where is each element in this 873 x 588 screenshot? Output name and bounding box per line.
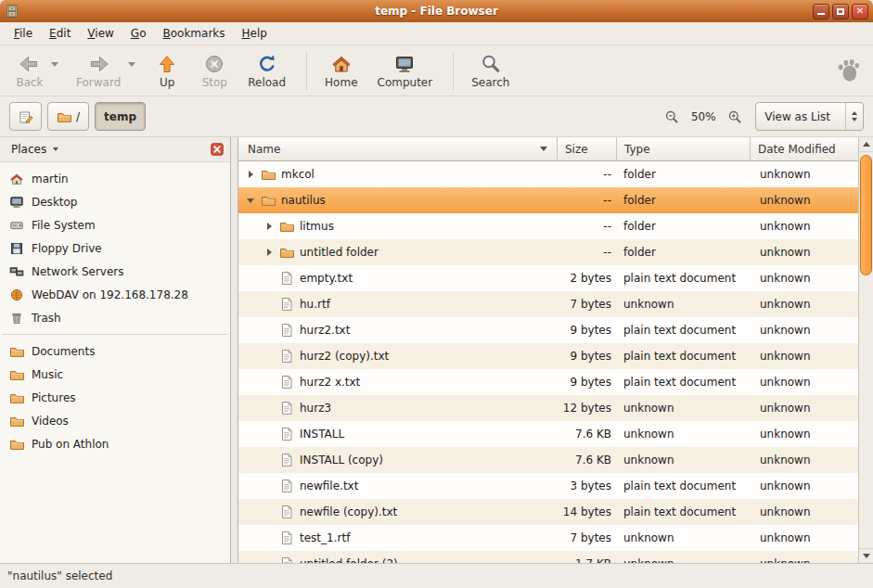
toolbar-separator bbox=[453, 51, 454, 90]
toolbar-stop-button[interactable]: Stop bbox=[192, 50, 237, 92]
vertical-scrollbar[interactable] bbox=[858, 137, 873, 563]
toolbar-computer-button[interactable]: Computer bbox=[369, 50, 442, 92]
toolbar-home-button[interactable]: Home bbox=[316, 50, 366, 92]
file-size: 7 bytes bbox=[558, 525, 617, 551]
column-header-name[interactable]: Name bbox=[238, 137, 558, 161]
sidebar-item-desktop[interactable]: Desktop bbox=[0, 190, 230, 213]
sidebar-item-floppy-drive[interactable]: Floppy Drive bbox=[0, 236, 230, 260]
sidebar-item-pub-on-athlon[interactable]: Pub on Athlon bbox=[0, 432, 230, 455]
places-header: Places bbox=[0, 137, 230, 162]
search-icon bbox=[480, 53, 502, 75]
zoom-in-button[interactable] bbox=[724, 106, 746, 128]
menu-view[interactable]: View bbox=[79, 24, 122, 43]
file-row-hu-rtf[interactable]: hu.rtf7 bytesunknownunknown bbox=[238, 291, 858, 317]
file-row-hurz2-copy-txt[interactable]: hurz2 (copy).txt9 bytesplain text docume… bbox=[238, 343, 858, 369]
file-type: unknown bbox=[617, 447, 751, 473]
sidebar-item-webdav-on-192-168-178-28[interactable]: WebDAV on 192.168.178.28 bbox=[0, 283, 230, 306]
zoom-in-icon bbox=[727, 109, 742, 124]
sidebar-item-file-system[interactable]: File System bbox=[0, 213, 230, 236]
text-icon bbox=[279, 556, 294, 563]
scroll-up-button[interactable] bbox=[859, 137, 873, 152]
sidebar-item-martin[interactable]: martin bbox=[0, 167, 230, 190]
column-header-size[interactable]: Size bbox=[558, 137, 617, 161]
file-row-test-1-rtf[interactable]: test_1.rtf7 bytesunknownunknown bbox=[238, 525, 858, 551]
file-modified: unknown bbox=[751, 473, 858, 499]
text-icon bbox=[279, 427, 294, 441]
toolbar-search-button[interactable]: Search bbox=[463, 50, 518, 92]
file-row-mkcol[interactable]: mkcol--folderunknown bbox=[238, 161, 858, 187]
folder-icon bbox=[261, 167, 276, 182]
pane-splitter[interactable] bbox=[231, 137, 238, 563]
titlebar[interactable]: temp - File Browser ✕ bbox=[0, 0, 873, 22]
sidebar-close-icon[interactable] bbox=[210, 142, 225, 157]
expander-icon[interactable] bbox=[244, 171, 257, 178]
toolbar-forward-dropdown-icon[interactable] bbox=[128, 62, 135, 67]
menu-bookmarks[interactable]: Bookmarks bbox=[154, 24, 233, 43]
menu-go[interactable]: Go bbox=[122, 24, 155, 43]
toggle-location-entry-button[interactable] bbox=[9, 102, 42, 131]
minimize-icon bbox=[817, 13, 825, 15]
file-type: plain text document bbox=[617, 369, 751, 395]
expander-icon[interactable] bbox=[263, 223, 276, 230]
file-type: folder bbox=[617, 187, 751, 213]
expander-icon[interactable] bbox=[263, 249, 276, 256]
toolbar-forward-button[interactable]: Forward bbox=[68, 50, 129, 92]
sidebar-item-trash[interactable]: Trash bbox=[0, 306, 230, 329]
file-row-newfile-copy-txt[interactable]: newfile (copy).txt14 bytesplain text doc… bbox=[238, 499, 858, 525]
view-mode-label: View as List bbox=[764, 110, 845, 123]
file-row-install[interactable]: INSTALL7.6 KBunknownunknown bbox=[238, 421, 858, 447]
menu-help[interactable]: Help bbox=[234, 24, 276, 43]
file-type: plain text document bbox=[617, 317, 751, 343]
scroll-down-button[interactable] bbox=[859, 548, 873, 563]
toolbar-back-button[interactable]: Back bbox=[7, 50, 52, 92]
expander-icon[interactable] bbox=[244, 198, 257, 203]
text-icon bbox=[279, 349, 294, 364]
file-row-nautilus[interactable]: nautilus--folderunknown bbox=[238, 187, 858, 213]
file-row-untitled-folder[interactable]: untitled folder--folderunknown bbox=[238, 239, 858, 265]
file-type: folder bbox=[617, 161, 751, 187]
sidebar-item-pictures[interactable]: Pictures bbox=[0, 386, 230, 409]
path-root-button[interactable]: / bbox=[47, 102, 89, 131]
menu-file[interactable]: File bbox=[6, 24, 41, 43]
file-row-hurz2-txt[interactable]: hurz2.txt9 bytesplain text documentunkno… bbox=[238, 317, 858, 343]
minimize-button[interactable] bbox=[813, 4, 829, 19]
zoom-out-button[interactable] bbox=[661, 106, 683, 128]
file-row-empty-txt[interactable]: empty.txt2 bytesplain text documentunkno… bbox=[238, 265, 858, 291]
sidebar-item-documents[interactable]: Documents bbox=[0, 339, 230, 363]
file-row-litmus[interactable]: litmus--folderunknown bbox=[238, 213, 858, 239]
file-modified: unknown bbox=[751, 317, 858, 343]
sidebar-item-videos[interactable]: Videos bbox=[0, 409, 230, 432]
file-size: 9 bytes bbox=[558, 317, 617, 343]
column-header-type[interactable]: Type bbox=[617, 137, 751, 161]
path-current-button[interactable]: temp bbox=[95, 102, 146, 131]
file-row-hurz2-x-txt[interactable]: hurz2 x.txt9 bytesplain text documentunk… bbox=[238, 369, 858, 395]
close-button[interactable]: ✕ bbox=[852, 4, 868, 19]
places-sidebar: Places martinDesktopFile SystemFloppy Dr… bbox=[0, 137, 231, 563]
toolbar-buttons: BackForwardUpStopReloadHomeComputerSearc… bbox=[7, 50, 520, 92]
view-mode-combo[interactable]: View as List bbox=[755, 102, 864, 131]
folder-icon bbox=[279, 219, 294, 234]
toolbar-up-button[interactable]: Up bbox=[145, 50, 189, 92]
maximize-button[interactable] bbox=[832, 4, 849, 19]
toolbar-reload-button[interactable]: Reload bbox=[239, 50, 294, 92]
sidebar-item-music[interactable]: Music bbox=[0, 363, 230, 386]
sidebar-mode-combo[interactable]: Places bbox=[7, 141, 62, 158]
column-header-date-modified[interactable]: Date Modified bbox=[751, 137, 858, 161]
sidebar-item-label: Pictures bbox=[32, 391, 76, 404]
toolbar-back-dropdown-icon[interactable] bbox=[51, 62, 58, 67]
file-row-hurz3[interactable]: hurz312 bytesunknownunknown bbox=[238, 395, 858, 421]
file-row-untitled-folder-2[interactable]: untitled folder (2)1.7 KBunknownunknown bbox=[238, 551, 858, 563]
sidebar-item-label: Desktop bbox=[32, 196, 78, 209]
menu-edit[interactable]: Edit bbox=[41, 24, 79, 43]
sidebar-item-network-servers[interactable]: Network Servers bbox=[0, 260, 230, 283]
file-modified: unknown bbox=[751, 343, 858, 369]
file-row-install-copy[interactable]: INSTALL (copy)7.6 KBunknownunknown bbox=[238, 447, 858, 473]
sidebar-item-label: martin bbox=[32, 173, 69, 185]
folder-icon bbox=[57, 109, 71, 124]
scroll-down-icon bbox=[863, 554, 870, 558]
file-size: -- bbox=[558, 239, 617, 265]
file-name: hurz2.txt bbox=[300, 324, 350, 337]
file-row-newfile-txt[interactable]: newfile.txt3 bytesplain text documentunk… bbox=[238, 473, 858, 499]
file-name: hu.rtf bbox=[300, 298, 330, 311]
scrollbar-thumb[interactable] bbox=[860, 155, 872, 275]
